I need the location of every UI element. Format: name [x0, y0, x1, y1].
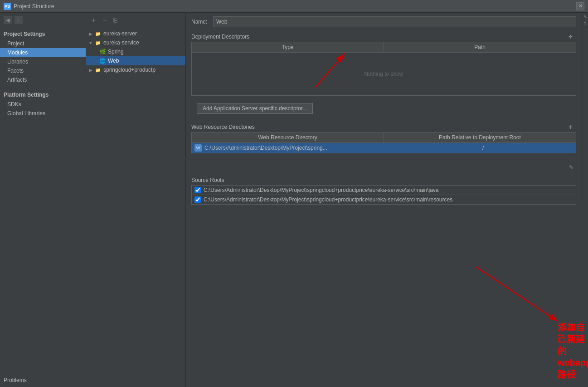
sidebar-nav: ◀ ▶ [0, 13, 86, 27]
deployment-table: Type Path Nothing to show [191, 42, 576, 96]
source-roots-label: Source Roots [191, 177, 224, 183]
web-resource-path-cell: / [482, 145, 573, 151]
web-resource-section: Web Resource Directories + [186, 121, 582, 132]
sidebar-item-project[interactable]: Project [0, 39, 86, 48]
window-title: Project Structure [14, 3, 54, 10]
source-roots-section: Source Roots [186, 174, 582, 185]
side-question-button[interactable]: ? [582, 21, 588, 27]
tree-label: eureka-server [103, 30, 137, 37]
path-column-header: Path [384, 42, 576, 52]
tree-label: springcloud+productp [103, 67, 156, 73]
tree-label: Web [108, 58, 119, 64]
web-resource-row[interactable]: W C:\Users\Administrator\Desktop\MyProje… [192, 143, 576, 153]
back-button[interactable]: ◀ [4, 16, 12, 24]
sidebar-item-modules[interactable]: Modules [0, 48, 86, 57]
divider [0, 84, 86, 88]
source-root-path-java: C:\Users\Administrator\Desktop\MyProject… [204, 187, 439, 193]
right-side-bar: ✎ ? [582, 13, 588, 205]
web-icon: 🌐 [99, 57, 106, 64]
tree-toolbar: + − ⎘ [86, 13, 185, 27]
source-roots-table: C:\Users\Administrator\Desktop\MyProject… [191, 185, 576, 205]
project-settings-heading: Project Settings [0, 27, 86, 39]
web-resource-action-buttons: − ✎ [186, 155, 582, 171]
deployment-table-header: Type Path [192, 42, 576, 53]
deployment-descriptors-label: Deployment Descriptors [191, 34, 249, 40]
sidebar: ◀ ▶ Project Settings Project Modules Lib… [0, 13, 86, 387]
folder-icon: 📁 [94, 39, 102, 46]
sidebar-item-sdks[interactable]: SDKs [0, 100, 86, 109]
tree-item-eureka-service[interactable]: ▼ 📁 eureka-service [86, 38, 185, 47]
add-descriptor-plus-button[interactable]: + [569, 33, 573, 41]
tree-label: Spring [108, 49, 124, 55]
add-web-resource-plus-button[interactable]: + [569, 123, 573, 131]
deployment-table-empty: Nothing to show [192, 53, 576, 95]
close-button[interactable]: ✕ [576, 2, 584, 10]
web-resource-table: Web Resource Directory Path Relative to … [191, 132, 576, 153]
web-resource-path-header: Path Relative to Deployment Root [384, 132, 576, 142]
type-column-header: Type [192, 42, 384, 52]
web-resource-directory-cell: C:\Users\Administrator\Desktop\MyProject… [204, 145, 482, 151]
tree-item-spring[interactable]: 🌿 Spring [86, 47, 185, 56]
source-root-checkbox-resources[interactable] [194, 196, 201, 203]
copy-module-button[interactable]: ⎘ [111, 15, 120, 24]
add-descriptor-button[interactable]: Add Application Server specific descript… [197, 103, 313, 114]
web-resource-directory-header: Web Resource Directory [192, 132, 384, 142]
right-panel-inner: Name: Deployment Descriptors + Type Path… [186, 13, 588, 205]
web-resource-table-header: Web Resource Directory Path Relative to … [192, 132, 576, 143]
spring-icon: 🌿 [99, 48, 106, 55]
deployment-descriptors-section: Deployment Descriptors + [186, 31, 582, 42]
tree-item-eureka-server[interactable]: ▶ 📁 eureka-server [86, 29, 185, 38]
collapse-arrow: ▶ [88, 31, 93, 36]
right-panel: Name: Deployment Descriptors + Type Path… [186, 13, 588, 387]
title-bar: PS Project Structure ✕ [0, 0, 588, 13]
expand-arrow: ▼ [88, 40, 93, 45]
sidebar-item-libraries[interactable]: Libraries [0, 57, 86, 66]
source-root-path-resources: C:\Users\Administrator\Desktop\MyProject… [204, 196, 452, 203]
right-panel-content: Name: Deployment Descriptors + Type Path… [186, 13, 582, 205]
tree-panel: + − ⎘ ▶ 📁 eureka-server ▼ 📁 eureka-servi… [86, 13, 186, 387]
source-root-row-java: C:\Users\Administrator\Desktop\MyProject… [192, 186, 576, 195]
source-root-row-resources: C:\Users\Administrator\Desktop\MyProject… [192, 195, 576, 204]
web-resource-row-icon: W [194, 144, 202, 152]
name-label: Name: [191, 19, 209, 25]
main-layout: ◀ ▶ Project Settings Project Modules Lib… [0, 13, 588, 387]
name-input[interactable] [213, 16, 576, 27]
forward-button[interactable]: ▶ [15, 16, 23, 24]
svg-line-1 [476, 267, 558, 321]
tree-item-web[interactable]: 🌐 Web [86, 56, 185, 65]
annotation-text: 添加自己新建的webapp 路径 [558, 321, 588, 380]
module-tree: ▶ 📁 eureka-server ▼ 📁 eureka-service 🌿 S… [86, 27, 185, 387]
platform-settings-heading: Platform Settings [0, 88, 86, 100]
source-root-checkbox-java[interactable] [194, 187, 201, 193]
folder-icon: 📁 [94, 30, 102, 37]
collapse-arrow: ▶ [88, 67, 93, 73]
remove-module-button[interactable]: − [100, 15, 109, 24]
app-icon: PS [4, 3, 11, 10]
sidebar-item-problems[interactable]: Problems [0, 373, 86, 387]
folder-icon: 📁 [94, 66, 102, 73]
tree-item-springcloud[interactable]: ▶ 📁 springcloud+productp [86, 65, 185, 74]
name-row: Name: [186, 13, 582, 31]
side-edit-button[interactable]: ✎ [582, 14, 588, 20]
sidebar-item-global-libraries[interactable]: Global Libraries [0, 109, 86, 118]
edit-web-resource-button[interactable]: ✎ [569, 164, 573, 171]
sidebar-item-facets[interactable]: Facets [0, 66, 86, 75]
web-resource-label: Web Resource Directories [191, 124, 255, 130]
add-module-button[interactable]: + [89, 15, 98, 24]
remove-web-resource-button[interactable]: − [570, 155, 573, 162]
tree-label: eureka-service [103, 39, 139, 46]
add-descriptor-row: Add Application Server specific descript… [191, 99, 576, 118]
sidebar-item-artifacts[interactable]: Artifacts [0, 75, 86, 84]
